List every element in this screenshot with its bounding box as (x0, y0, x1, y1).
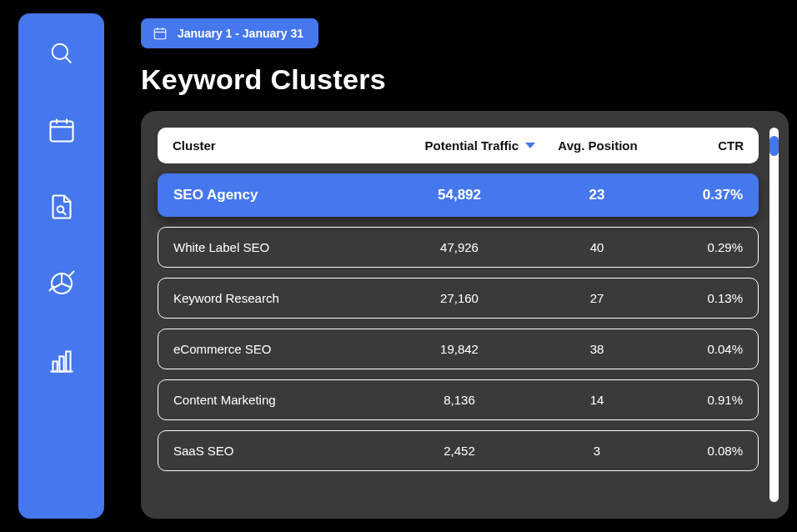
table-row[interactable]: Content Marketing8,136140.91% (158, 379, 759, 420)
cluster-name: SEO Agency (173, 187, 384, 203)
date-range-selector[interactable]: January 1 - January 31 (141, 18, 318, 48)
svg-rect-17 (59, 357, 63, 372)
sidebar-item-rankings[interactable] (45, 344, 78, 377)
pie-chart-icon (47, 269, 77, 299)
column-header-position[interactable]: Avg. Position (535, 138, 660, 153)
cluster-position: 14 (534, 393, 659, 407)
cluster-position: 23 (534, 187, 659, 203)
calendar-icon (153, 26, 168, 41)
cluster-traffic: 54,892 (384, 187, 534, 203)
sidebar-item-report[interactable] (45, 190, 78, 223)
calendar-icon (47, 115, 77, 145)
scrollbar-thumb[interactable] (769, 136, 779, 156)
cluster-traffic: 27,160 (384, 291, 534, 305)
cluster-traffic: 8,136 (384, 393, 534, 407)
clusters-panel: Cluster Potential Traffic Avg. Position … (141, 111, 789, 519)
sidebar-item-calendar[interactable] (45, 113, 78, 147)
main-content: January 1 - January 31 Keyword Clusters … (104, 13, 789, 519)
sidebar-item-search[interactable] (45, 37, 78, 70)
date-range-label: January 1 - January 31 (178, 27, 303, 40)
sidebar-item-analytics[interactable] (45, 267, 78, 300)
cluster-ctr: 0.13% (659, 291, 743, 305)
cluster-ctr: 0.37% (659, 187, 743, 203)
cluster-ctr: 0.29% (659, 240, 743, 254)
bar-chart-icon (47, 345, 77, 375)
svg-rect-19 (154, 29, 166, 39)
cluster-traffic: 47,926 (384, 240, 534, 254)
scrollbar[interactable] (765, 128, 780, 502)
cluster-position: 40 (534, 240, 659, 254)
table-row[interactable]: SaaS SEO2,45230.08% (158, 430, 759, 471)
svg-point-0 (52, 44, 67, 59)
clusters-table: Cluster Potential Traffic Avg. Position … (158, 128, 759, 502)
svg-rect-2 (50, 122, 73, 142)
cluster-traffic: 2,452 (384, 444, 534, 458)
table-header: Cluster Potential Traffic Avg. Position … (158, 128, 759, 163)
report-search-icon (47, 192, 77, 222)
cluster-position: 27 (534, 291, 659, 305)
cluster-name: Content Marketing (173, 393, 384, 407)
cluster-name: White Label SEO (173, 240, 384, 254)
table-row[interactable]: SEO Agency54,892230.37% (158, 173, 759, 217)
svg-rect-18 (66, 352, 70, 372)
cluster-name: Keyword Research (173, 291, 384, 305)
cluster-ctr: 0.04% (659, 342, 743, 356)
svg-rect-16 (53, 362, 57, 372)
svg-line-1 (65, 58, 71, 63)
sidebar (18, 13, 104, 519)
table-row[interactable]: eCommerce SEO19,842380.04% (158, 329, 759, 369)
column-header-traffic[interactable]: Potential Traffic (385, 138, 535, 153)
cluster-ctr: 0.91% (659, 393, 743, 407)
cluster-name: eCommerce SEO (173, 342, 384, 356)
svg-line-13 (63, 212, 66, 215)
scrollbar-track (769, 128, 779, 502)
sort-desc-icon (525, 143, 535, 148)
cluster-name: SaaS SEO (173, 444, 384, 458)
cluster-position: 38 (534, 342, 659, 356)
cluster-position: 3 (534, 444, 659, 458)
svg-point-12 (57, 206, 63, 213)
table-row[interactable]: White Label SEO47,926400.29% (158, 227, 759, 268)
column-header-ctr[interactable]: CTR (660, 138, 744, 153)
cluster-traffic: 19,842 (384, 342, 534, 356)
cluster-ctr: 0.08% (659, 444, 743, 458)
table-row[interactable]: Keyword Research27,160270.13% (158, 278, 759, 319)
column-header-cluster[interactable]: Cluster (173, 138, 385, 153)
page-title: Keyword Clusters (141, 63, 789, 96)
search-icon (48, 39, 76, 68)
column-header-traffic-label: Potential Traffic (424, 138, 519, 153)
